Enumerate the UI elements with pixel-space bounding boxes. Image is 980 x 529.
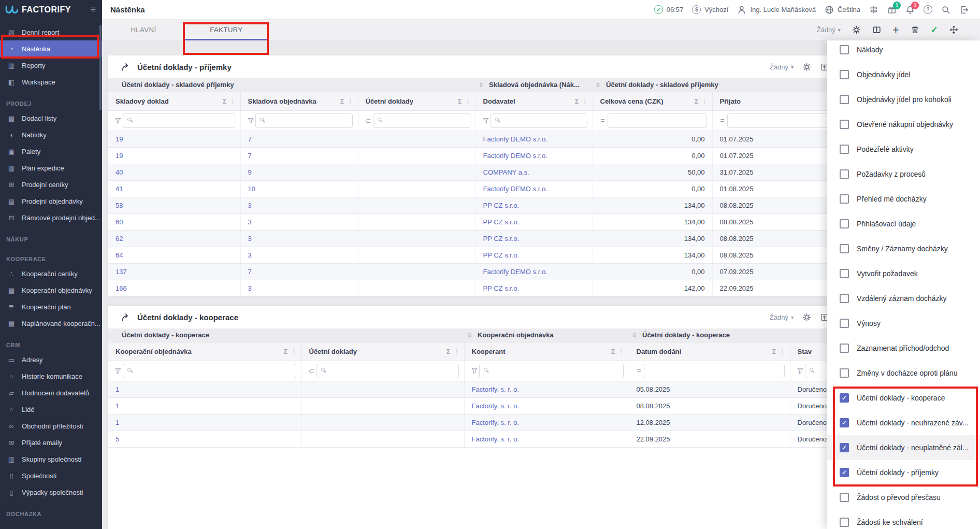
sidebar-item[interactable]: ▥ Reporty bbox=[0, 57, 102, 74]
column-menu-icon[interactable]: ⋮ bbox=[702, 97, 708, 105]
sidebar-item[interactable]: ▯ Výpadky společnosti bbox=[0, 484, 102, 501]
sigma-icon[interactable]: Σ bbox=[772, 348, 776, 355]
sigma-icon[interactable]: Σ bbox=[340, 97, 344, 105]
column-menu-icon[interactable]: ⋮ bbox=[291, 348, 297, 355]
checkbox[interactable] bbox=[840, 219, 849, 228]
widget-picker-item[interactable]: Objednávky jídel bbox=[827, 62, 980, 87]
checkbox[interactable] bbox=[840, 45, 849, 54]
column-filter-input[interactable] bbox=[608, 113, 707, 128]
widget-picker-item[interactable]: Účetní doklady - příjemky bbox=[827, 460, 980, 485]
column-group[interactable]: ⠿Skladová objednávka (Nák... bbox=[475, 78, 593, 92]
column-menu-icon[interactable]: ⋮ bbox=[780, 348, 786, 355]
drag-handle-icon[interactable]: ⠿ bbox=[479, 82, 483, 88]
sidebar-item[interactable]: NÁKUP bbox=[0, 226, 102, 246]
widget-picker-item[interactable]: Otevřené nákupní objednávky bbox=[827, 112, 980, 137]
open-in-module-icon[interactable] bbox=[121, 312, 131, 322]
sigma-icon[interactable]: Σ bbox=[575, 97, 579, 105]
checkbox[interactable] bbox=[840, 95, 849, 104]
table-row[interactable]: 409COMPANY a.s.50,0031.07.2025 bbox=[108, 164, 851, 180]
sidebar-item[interactable]: ◔ Nástěnka bbox=[0, 40, 102, 57]
checkbox[interactable] bbox=[840, 294, 849, 303]
dashboard-settings-icon[interactable] bbox=[852, 25, 861, 34]
table-row[interactable]: 4110Factorify DEMO s.r.o.0,0001.08.2025 bbox=[108, 180, 851, 197]
sidebar-item[interactable]: ◧ Workspace bbox=[0, 74, 102, 90]
checkbox[interactable] bbox=[840, 468, 849, 477]
widget-picker-item[interactable]: Účetní doklady - neuhrazené záv... bbox=[827, 410, 980, 435]
sidebar-item[interactable]: ⊞ Prodejní ceníky bbox=[0, 176, 102, 193]
sidebar-item[interactable]: ≣ Kooperační plán bbox=[0, 298, 102, 315]
checkbox[interactable] bbox=[840, 493, 849, 502]
column-menu-icon[interactable]: ⋮ bbox=[454, 348, 460, 355]
sidebar-item[interactable]: ○ Lidé bbox=[0, 401, 102, 418]
column-header[interactable]: Celková cena (CZK)Σ⋮ bbox=[593, 92, 712, 110]
widget-settings-icon[interactable] bbox=[802, 313, 811, 322]
sidebar-item[interactable]: ▤ Prodejní objednávky bbox=[0, 193, 102, 209]
column-header[interactable]: Účetní dokladyΣ⋮ bbox=[301, 342, 464, 361]
column-header[interactable]: Skladový dokladΣ⋮ bbox=[108, 92, 240, 110]
column-filter-input[interactable] bbox=[316, 364, 459, 378]
column-filter-input[interactable] bbox=[491, 113, 587, 128]
widget-picker-item[interactable]: Náklady bbox=[827, 40, 980, 62]
widget-picker-item[interactable]: Podezřelé aktivity bbox=[827, 137, 980, 162]
add-widget-icon[interactable]: + bbox=[892, 24, 899, 36]
widget-picker-item[interactable]: Žádost o převod přesčasu bbox=[827, 485, 980, 510]
checkbox[interactable] bbox=[840, 145, 849, 154]
column-header[interactable]: Skladová objednávkaΣ⋮ bbox=[240, 92, 358, 110]
column-filter-input[interactable] bbox=[373, 113, 470, 128]
sigma-icon[interactable]: Σ bbox=[458, 97, 462, 105]
notifications-button[interactable]: 1 bbox=[905, 5, 915, 15]
checkbox[interactable] bbox=[840, 269, 849, 278]
column-menu-icon[interactable]: ⋮ bbox=[348, 97, 354, 105]
guide-button[interactable] bbox=[869, 5, 878, 15]
language-selector[interactable]: Čeština bbox=[825, 5, 860, 15]
sigma-icon[interactable]: Σ bbox=[611, 348, 615, 355]
column-menu-icon[interactable]: ⋮ bbox=[465, 97, 471, 105]
confirm-icon[interactable]: ✓ bbox=[931, 24, 938, 35]
widget-settings-icon[interactable] bbox=[802, 63, 811, 72]
sidebar-scrollbar[interactable] bbox=[99, 25, 102, 110]
widget-picker-item[interactable]: Zaznamenat příchod/odchod bbox=[827, 336, 980, 361]
checkbox[interactable] bbox=[840, 70, 849, 79]
delete-dashboard-icon[interactable] bbox=[911, 25, 919, 34]
sidebar-collapse-icon[interactable]: ≡ bbox=[91, 5, 102, 15]
open-in-module-icon[interactable] bbox=[121, 62, 131, 72]
widget-picker-item[interactable]: Přehled mé docházky bbox=[827, 187, 980, 211]
drag-handle-icon[interactable]: ⠿ bbox=[632, 332, 636, 338]
table-row[interactable]: 583PP CZ s.r.o.134,0008.08.2025 bbox=[108, 197, 851, 213]
logout-button[interactable] bbox=[959, 5, 969, 15]
column-header[interactable]: Kooperační objednávkaΣ⋮ bbox=[108, 342, 301, 361]
column-filter-input[interactable] bbox=[123, 364, 296, 378]
sidebar-item[interactable]: ▤ Naplánované kooperačn... bbox=[0, 315, 102, 332]
checkbox[interactable] bbox=[840, 344, 849, 353]
checkbox[interactable] bbox=[840, 518, 849, 527]
drag-handle-icon[interactable]: ⠿ bbox=[596, 82, 600, 88]
column-group[interactable]: ⠿Účetní doklady - kooperace bbox=[629, 328, 851, 342]
column-header[interactable]: Účetní dokladyΣ⋮ bbox=[358, 92, 475, 110]
sidebar-item[interactable]: ▦ Plán expedice bbox=[0, 160, 102, 176]
column-filter-input[interactable] bbox=[123, 113, 235, 128]
checkbox[interactable] bbox=[840, 169, 849, 179]
sigma-icon[interactable]: Σ bbox=[695, 97, 699, 105]
global-search-button[interactable] bbox=[941, 5, 950, 15]
pricing-profile-selector[interactable]: $ Výchozí bbox=[692, 5, 728, 14]
column-menu-icon[interactable]: ⋮ bbox=[618, 348, 625, 355]
sidebar-item[interactable]: ▤ Kooperační objednávky bbox=[0, 282, 102, 298]
widget-picker-item[interactable]: Přihlašovací údaje bbox=[827, 211, 980, 236]
column-group[interactable]: Účetní doklady - kooperace bbox=[108, 328, 464, 342]
checkbox[interactable] bbox=[840, 443, 849, 452]
dashboard-tab[interactable]: FAKTURY bbox=[185, 20, 268, 40]
table-row[interactable]: 1663PP CZ s.r.o.142,0022.09.2025 bbox=[108, 280, 851, 296]
table-row[interactable]: 643PP CZ s.r.o.134,0008.08.2025 bbox=[108, 247, 851, 263]
sidebar-item[interactable]: KOOPERACE bbox=[0, 246, 102, 265]
sidebar-item[interactable]: ▯ Společnosti bbox=[0, 467, 102, 484]
help-button[interactable]: ? bbox=[924, 5, 932, 14]
column-header[interactable]: DodavatelΣ⋮ bbox=[475, 92, 593, 110]
widget-picker-item[interactable]: Změny v docházce oproti plánu bbox=[827, 361, 980, 385]
table-row[interactable]: 603PP CZ s.r.o.134,0008.08.2025 bbox=[108, 213, 851, 230]
user-menu[interactable]: Ing. Lucie Maňásková bbox=[737, 5, 815, 15]
dashboard-tab[interactable]: HLAVNÍ bbox=[102, 20, 185, 40]
column-filter-input[interactable] bbox=[479, 364, 624, 378]
sidebar-item[interactable]: ▥ Skupiny společností bbox=[0, 451, 102, 467]
column-filter-input[interactable] bbox=[255, 113, 353, 128]
sidebar-item[interactable]: ○ Historie komunikace bbox=[0, 368, 102, 384]
